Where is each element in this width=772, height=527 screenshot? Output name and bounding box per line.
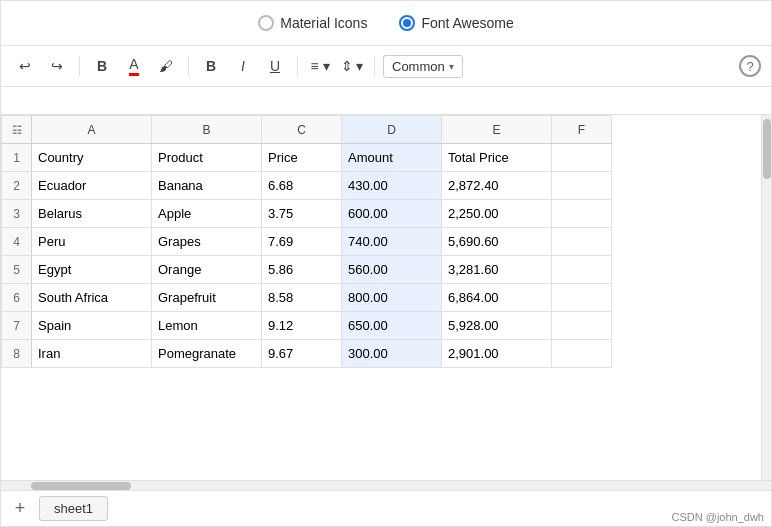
separator-3 <box>297 56 298 76</box>
col-header-f[interactable]: F <box>552 116 612 144</box>
font-awesome-option[interactable]: Font Awesome <box>399 15 513 31</box>
table-cell[interactable]: 2,872.40 <box>442 172 552 200</box>
help-icon: ? <box>746 59 753 74</box>
row-number: 6 <box>2 284 32 312</box>
material-icons-label: Material Icons <box>280 15 367 31</box>
table-cell[interactable]: 2,901.00 <box>442 340 552 368</box>
vert-align-button[interactable]: ⇕ ▾ <box>338 52 366 80</box>
table-cell[interactable]: 3,281.60 <box>442 256 552 284</box>
align-button[interactable]: ≡ ▾ <box>306 52 334 80</box>
table-cell[interactable]: 560.00 <box>342 256 442 284</box>
table-row: 3BelarusApple3.75600.002,250.00 <box>2 200 612 228</box>
table-cell[interactable]: 6,864.00 <box>442 284 552 312</box>
underline-button[interactable]: U <box>261 52 289 80</box>
table-cell[interactable] <box>552 172 612 200</box>
table-cell[interactable]: 5,928.00 <box>442 312 552 340</box>
table-cell[interactable]: Pomegranate <box>152 340 262 368</box>
table-cell[interactable]: 7.69 <box>262 228 342 256</box>
table-cell[interactable]: 5.86 <box>262 256 342 284</box>
row-number: 8 <box>2 340 32 368</box>
table-cell[interactable]: Belarus <box>32 200 152 228</box>
font-style-dropdown[interactable]: Common ▾ <box>383 55 463 78</box>
table-cell[interactable]: Total Price <box>442 144 552 172</box>
bg-color-button[interactable]: 🖌 <box>152 52 180 80</box>
table-cell[interactable]: South Africa <box>32 284 152 312</box>
table-cell[interactable]: 9.67 <box>262 340 342 368</box>
table-row: 6South AfricaGrapefruit8.58800.006,864.0… <box>2 284 612 312</box>
table-row: 2EcuadorBanana6.68430.002,872.40 <box>2 172 612 200</box>
table-cell[interactable]: Iran <box>32 340 152 368</box>
table-cell[interactable]: 430.00 <box>342 172 442 200</box>
table-cell[interactable]: Amount <box>342 144 442 172</box>
redo-icon: ↪ <box>51 58 63 74</box>
table-cell[interactable]: 600.00 <box>342 200 442 228</box>
separator-4 <box>374 56 375 76</box>
table-cell[interactable]: 9.12 <box>262 312 342 340</box>
row-number: 4 <box>2 228 32 256</box>
table-cell[interactable]: Lemon <box>152 312 262 340</box>
row-number: 2 <box>2 172 32 200</box>
table-cell[interactable] <box>552 144 612 172</box>
table-cell[interactable]: Product <box>152 144 262 172</box>
table-cell[interactable] <box>552 200 612 228</box>
font-awesome-radio[interactable] <box>399 15 415 31</box>
col-header-c[interactable]: C <box>262 116 342 144</box>
table-cell[interactable]: 650.00 <box>342 312 442 340</box>
table-cell[interactable]: Grapefruit <box>152 284 262 312</box>
table-cell[interactable]: Ecuador <box>32 172 152 200</box>
material-icons-option[interactable]: Material Icons <box>258 15 367 31</box>
sheet-table: ☷ A B C D E F 1CountryProductPriceAmount… <box>1 115 612 368</box>
table-cell[interactable]: Grapes <box>152 228 262 256</box>
redo-button[interactable]: ↪ <box>43 52 71 80</box>
vertical-scrollbar[interactable] <box>761 115 771 480</box>
col-header-d[interactable]: D <box>342 116 442 144</box>
table-cell[interactable]: 300.00 <box>342 340 442 368</box>
h-scrollbar-thumb[interactable] <box>31 482 131 490</box>
table-cell[interactable]: 8.58 <box>262 284 342 312</box>
table-cell[interactable]: Orange <box>152 256 262 284</box>
table-cell[interactable]: Peru <box>32 228 152 256</box>
sheet-table-wrapper[interactable]: ☷ A B C D E F 1CountryProductPriceAmount… <box>1 115 771 480</box>
undo-button[interactable]: ↩ <box>11 52 39 80</box>
table-cell[interactable]: Apple <box>152 200 262 228</box>
table-cell[interactable]: Spain <box>32 312 152 340</box>
table-cell[interactable]: 740.00 <box>342 228 442 256</box>
table-cell[interactable]: 3.75 <box>262 200 342 228</box>
font-color-icon: A <box>129 56 138 76</box>
table-cell[interactable]: Price <box>262 144 342 172</box>
table-cell[interactable] <box>552 312 612 340</box>
italic-button[interactable]: I <box>229 52 257 80</box>
sheet-content: ☷ A B C D E F 1CountryProductPriceAmount… <box>1 115 771 480</box>
table-cell[interactable]: Egypt <box>32 256 152 284</box>
table-cell[interactable]: 800.00 <box>342 284 442 312</box>
table-cell[interactable] <box>552 256 612 284</box>
table-cell[interactable]: Country <box>32 144 152 172</box>
row-number: 7 <box>2 312 32 340</box>
table-cell[interactable]: 2,250.00 <box>442 200 552 228</box>
table-cell[interactable]: 5,690.60 <box>442 228 552 256</box>
material-icons-radio[interactable] <box>258 15 274 31</box>
formula-bar <box>1 87 771 115</box>
bold-text-button[interactable]: B <box>197 52 225 80</box>
v-scrollbar-thumb[interactable] <box>763 119 771 179</box>
col-header-e[interactable]: E <box>442 116 552 144</box>
table-cell[interactable] <box>552 340 612 368</box>
font-color-button[interactable]: A <box>120 52 148 80</box>
table-cell[interactable]: 6.68 <box>262 172 342 200</box>
help-button[interactable]: ? <box>739 55 761 77</box>
underline-icon: U <box>270 58 280 74</box>
vert-align-icon: ⇕ ▾ <box>341 58 364 74</box>
table-cell[interactable]: Banana <box>152 172 262 200</box>
corner-cell: ☷ <box>2 116 32 144</box>
separator-1 <box>79 56 80 76</box>
bold-button[interactable]: B <box>88 52 116 80</box>
font-style-label: Common <box>392 59 445 74</box>
table-cell[interactable] <box>552 284 612 312</box>
sheet-tab-sheet1[interactable]: sheet1 <box>39 496 108 521</box>
col-header-a[interactable]: A <box>32 116 152 144</box>
col-header-b[interactable]: B <box>152 116 262 144</box>
table-cell[interactable] <box>552 228 612 256</box>
table-row: 5EgyptOrange5.86560.003,281.60 <box>2 256 612 284</box>
add-sheet-button[interactable]: + <box>7 496 33 522</box>
horizontal-scrollbar[interactable] <box>1 480 771 490</box>
